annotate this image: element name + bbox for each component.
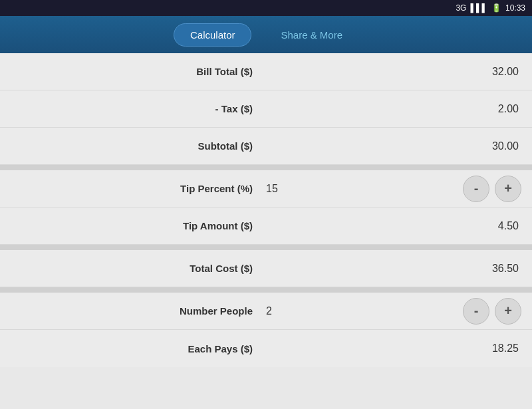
total-cost-label: Total Cost ($) bbox=[0, 263, 266, 274]
tip-percent-label: Tip Percent (%) bbox=[0, 183, 266, 194]
tax-value: 2.00 bbox=[266, 103, 532, 115]
main-content: Bill Total ($) 32.00 - Tax ($) 2.00 Subt… bbox=[0, 53, 532, 367]
each-pays-value: 18.25 bbox=[266, 342, 532, 354]
number-people-stepper-area: 2 - + bbox=[266, 298, 532, 325]
tip-percent-decrease-button[interactable]: - bbox=[463, 176, 489, 202]
bill-total-value: 32.00 bbox=[266, 66, 532, 78]
battery-icon: 🔋 bbox=[491, 3, 501, 13]
tab-bar: Calculator Share & More bbox=[0, 16, 532, 53]
tip-percent-stepper-area: 15 - + bbox=[266, 176, 532, 202]
number-people-value: 2 bbox=[266, 305, 293, 317]
tax-row: - Tax ($) 2.00 bbox=[0, 90, 532, 128]
subtotal-row: Subtotal ($) 30.00 bbox=[0, 128, 532, 165]
each-pays-row: Each Pays ($) 18.25 bbox=[0, 330, 532, 367]
subtotal-label: Subtotal ($) bbox=[0, 140, 266, 152]
tip-amount-row: Tip Amount ($) 4.50 bbox=[0, 207, 532, 245]
tax-label: - Tax ($) bbox=[0, 103, 266, 114]
subtotal-value: 30.00 bbox=[266, 140, 532, 152]
total-cost-value: 36.50 bbox=[266, 263, 532, 275]
time-display: 10:33 bbox=[505, 3, 525, 13]
bill-total-label: Bill Total ($) bbox=[0, 66, 266, 77]
tip-percent-increase-button[interactable]: + bbox=[495, 176, 521, 202]
number-people-label: Number People bbox=[0, 305, 266, 317]
status-bar: 3G ▌▌▌ 🔋 10:33 bbox=[0, 0, 532, 16]
section-divider-2 bbox=[0, 245, 532, 250]
tip-amount-label: Tip Amount ($) bbox=[0, 220, 266, 231]
network-indicator: 3G bbox=[456, 3, 466, 13]
signal-icon: ▌▌▌ bbox=[470, 3, 487, 13]
each-pays-label: Each Pays ($) bbox=[0, 343, 266, 354]
number-people-row: Number People 2 - + bbox=[0, 293, 532, 330]
number-people-increase-button[interactable]: + bbox=[495, 298, 521, 325]
tab-share-more[interactable]: Share & More bbox=[265, 24, 358, 46]
tip-percent-buttons: - + bbox=[463, 176, 521, 202]
number-people-buttons: - + bbox=[463, 298, 521, 325]
number-people-decrease-button[interactable]: - bbox=[463, 298, 489, 325]
tip-amount-value: 4.50 bbox=[266, 220, 532, 232]
section-divider-3 bbox=[0, 287, 532, 293]
tip-percent-row: Tip Percent (%) 15 - + bbox=[0, 170, 532, 207]
bill-total-row: Bill Total ($) 32.00 bbox=[0, 53, 532, 90]
tab-calculator[interactable]: Calculator bbox=[174, 23, 252, 47]
total-cost-row: Total Cost ($) 36.50 bbox=[0, 250, 532, 287]
tip-percent-value: 15 bbox=[266, 183, 293, 195]
section-divider-1 bbox=[0, 165, 532, 170]
